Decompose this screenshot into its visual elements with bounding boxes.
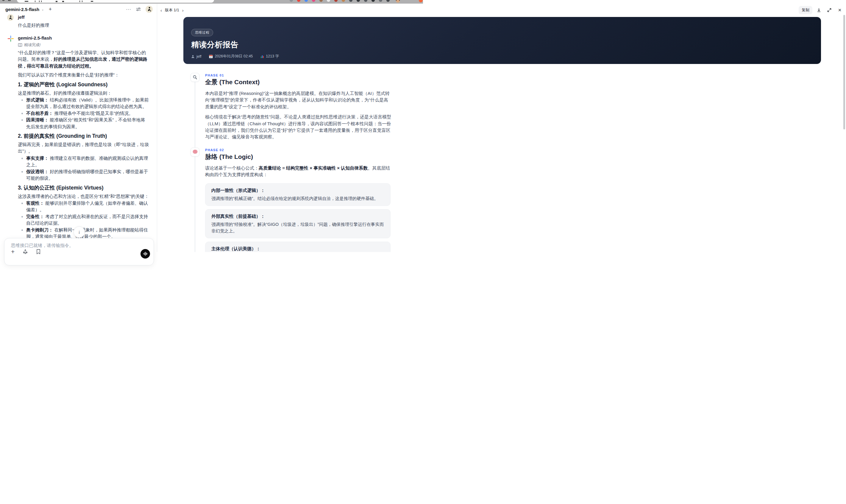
- dimension-card: 主体伦理（认识美德）： 转向推理者的心理特征。引入奥卡姆剃刀和反向论证，旨在克服…: [205, 241, 391, 252]
- extension-icon[interactable]: [304, 0, 308, 2]
- attach-plus-icon[interactable]: +: [11, 249, 15, 252]
- assistant-status: 精读完成!: [18, 42, 149, 48]
- phase-title: 全景 (The Context): [205, 78, 423, 86]
- version-label: 版本 1/1: [165, 7, 179, 13]
- extension-icon[interactable]: [357, 0, 360, 2]
- bullet-item: 形式逻辑： 结构必须有效（Valid）。比如演绎推理中，如果前提全部为真，那么通…: [18, 97, 149, 110]
- bar-chart-icon: [261, 55, 264, 58]
- person-icon: [191, 55, 195, 58]
- more-options-icon[interactable]: ⋯: [126, 7, 131, 12]
- model-selector[interactable]: gemini-2.5-flash: [5, 7, 39, 12]
- browser-profile-avatar[interactable]: [396, 0, 400, 3]
- artifact-panel: ‹ 版本 1/1 › 复制 × 思维过程 精读分析报告: [157, 4, 423, 252]
- report-date: 17 2026年01月08日 02:45: [209, 54, 253, 59]
- card-title: 主体伦理（认识美德）：: [211, 246, 384, 251]
- user-message: jeff 什么是好的推理: [0, 14, 157, 28]
- arrow-down-icon: ↓: [78, 229, 81, 235]
- extension-icon[interactable]: [364, 0, 367, 2]
- card-body: 强调推理的“机械正确”。结论必须在给定的规则系统内逻辑自洽，这是推理的硬件基础。: [211, 195, 384, 202]
- bullet-item: 不自相矛盾： 推理链条中不能出现“既是又非”的情况。: [18, 110, 149, 116]
- extension-icon[interactable]: [342, 0, 345, 2]
- phase-label: PHASE 01: [205, 73, 423, 77]
- bullet-item: 因果清晰： 能准确区分“相关性”和“因果关系”，不会轻率地将先后发生的事情归为因…: [18, 116, 149, 130]
- svg-text:17: 17: [210, 56, 212, 58]
- chevron-down-icon[interactable]: ⌄: [41, 8, 44, 11]
- gemini-icon: [7, 35, 14, 42]
- phase-title: 脉络 (The Logic): [205, 153, 423, 161]
- bullet-list: 形式逻辑： 结构必须有效（Valid）。比如演绎推理中，如果前提全部为真，那么通…: [18, 97, 149, 130]
- assistant-paragraph: 我们可以从以下四个维度来衡量什么是“好的推理”：: [18, 72, 149, 78]
- extension-icon[interactable]: [319, 0, 323, 2]
- dimension-card: 外部真实性（前提基础）： 强调推理的“经验校准”。解决“GIGO（垃圾进，垃圾出…: [205, 209, 391, 238]
- extension-icon[interactable]: [371, 0, 375, 2]
- bullet-item: 假设透明： 好的推理会明确指明哪些是已知事实，哪些是基于可能的假设。: [18, 168, 149, 182]
- bullet-list: 事实支撑： 推理建立在可靠的数据、准确的观测或公认的真理之上。 假设透明： 好的…: [18, 155, 149, 182]
- report-author: jeff: [191, 54, 201, 59]
- chat-header: gemini-2.5-flash ⌄ + ⋯: [0, 4, 157, 14]
- address-bar[interactable]: [17, 0, 214, 3]
- section-intro: 这是推理的基石。好的推理必须遵循逻辑法则：: [18, 90, 149, 96]
- status-text: 精读完成!: [24, 42, 41, 48]
- extension-icon[interactable]: [386, 0, 390, 2]
- assistant-paragraph: “什么是好的推理？”这是一个涉及逻辑学、认知科学和哲学核心的问题。简单来说，好的…: [18, 49, 149, 69]
- voice-input-button[interactable]: [141, 249, 150, 252]
- report-hero-card: 思维过程 精读分析报告 jeff 17 2026年01月08日 02:45 12…: [183, 17, 423, 64]
- user-message-text: 什么是好的推理: [18, 22, 149, 28]
- report-title: 精读分析报告: [191, 40, 423, 50]
- assistant-name: gemini-2.5-flash: [18, 35, 149, 41]
- dimension-card: 内部一致性（形式逻辑）： 强调推理的“机械正确”。结论必须在给定的规则系统内逻辑…: [205, 183, 391, 206]
- sparkle-diamonds-icon[interactable]: [23, 249, 28, 252]
- card-title: 外部真实性（前提基础）：: [211, 213, 384, 219]
- new-chat-button[interactable]: +: [49, 6, 52, 12]
- apps-grid-icon[interactable]: [8, 0, 11, 1]
- version-prev-icon[interactable]: ‹: [160, 8, 162, 13]
- bullet-item: 事实支撑： 推理建立在可靠的数据、准确的观测或公认的真理之上。: [18, 155, 149, 168]
- reload-icon[interactable]: [2, 0, 5, 1]
- user-name: jeff: [18, 14, 149, 20]
- magnifier-icon: [191, 73, 199, 82]
- composer-input[interactable]: 思维接口已就绪，请传输指令。: [4, 238, 154, 248]
- artifact-toolbar: ‹ 版本 1/1 › 复制 ×: [157, 4, 423, 17]
- section-intro: 这涉及推理者的心态和方法论，也是区分“杠精”和“思想家”的关键：: [18, 193, 149, 200]
- section-title: 2. 前提的真实性 (Grounding in Truth): [18, 133, 149, 139]
- extension-icon[interactable]: [349, 0, 352, 2]
- report-wordcount: 1213 字: [261, 54, 279, 59]
- phase-section: PHASE 01 全景 (The Context) 本内容是对“推理 (Reas…: [191, 73, 423, 140]
- assistant-message: gemini-2.5-flash 精读完成! “什么是好的推理？”这是一个涉及逻…: [0, 35, 157, 252]
- composer[interactable]: 思维接口已就绪，请传输指令。 +: [4, 238, 154, 252]
- phase-paragraph: 该论述基于一个核心公式：高质量结论 = 结构完整性 × 事实准确性 × 认知自律…: [205, 165, 391, 178]
- calendar-icon: 17: [209, 54, 213, 58]
- browser-toolbar-strip: [0, 0, 423, 4]
- user-avatar[interactable]: [145, 6, 153, 13]
- bullet-item: 客观性： 能够识别并尽量排除个人偏见（如幸存者偏差、确认偏差）。: [18, 200, 149, 213]
- chat-panel: gemini-2.5-flash ⌄ + ⋯: [0, 4, 157, 252]
- phase-paragraph: 核心情境在于解决“思考的随意性”问题。不论是人类通过批判性思维进行决策，还是大语…: [205, 114, 391, 140]
- artifact-content: 思维过程 精读分析报告 jeff 17 2026年01月08日 02:45 12…: [157, 17, 423, 252]
- extension-icon[interactable]: [289, 0, 293, 2]
- extension-icons[interactable]: [289, 0, 390, 2]
- message-list: jeff 什么是好的推理 gemini-2.5-flash: [0, 14, 157, 252]
- section-intro: 逻辑再完美，如果前提是错误的，推理也是垃圾（即“垃圾进，垃圾出”）。: [18, 141, 149, 155]
- report-badge: 思维过程: [191, 29, 213, 36]
- bookmark-icon[interactable]: [36, 249, 41, 252]
- phase-label: PHASE 02: [205, 148, 423, 152]
- avatar: [7, 14, 14, 21]
- card-body: 强调推理的“经验校准”。解决“GIGO（垃圾进，垃圾出）”问题，确保推理引擎运行…: [211, 221, 384, 234]
- browser-corner-icon[interactable]: [419, 0, 423, 2]
- sliders-icon[interactable]: [136, 6, 141, 12]
- card-title: 内部一致性（形式逻辑）：: [211, 187, 384, 193]
- extension-icon[interactable]: [327, 0, 330, 2]
- version-next-icon[interactable]: ›: [182, 8, 184, 13]
- waveform-icon: [143, 251, 148, 252]
- dimension-cards: 内部一致性（形式逻辑）： 强调推理的“机械正确”。结论必须在给定的规则系统内逻辑…: [205, 183, 423, 252]
- book-icon: [18, 43, 22, 47]
- phase-paragraph: 本内容是对“推理 (Reasoning)”这一抽象概念的高层建模。在知识爆炸与人…: [205, 90, 391, 110]
- brain-icon: [191, 148, 199, 157]
- extension-icon[interactable]: [312, 0, 315, 2]
- section-title: 3. 认知的公正性 (Epistemic Virtues): [18, 184, 149, 191]
- extension-icon[interactable]: [334, 0, 338, 2]
- phase-section: PHASE 02 脉络 (The Logic) 该论述基于一个核心公式：高质量结…: [191, 148, 423, 252]
- extension-icon[interactable]: [297, 0, 300, 2]
- extension-icon[interactable]: [379, 0, 382, 2]
- scroll-to-bottom-button[interactable]: ↓: [73, 227, 85, 238]
